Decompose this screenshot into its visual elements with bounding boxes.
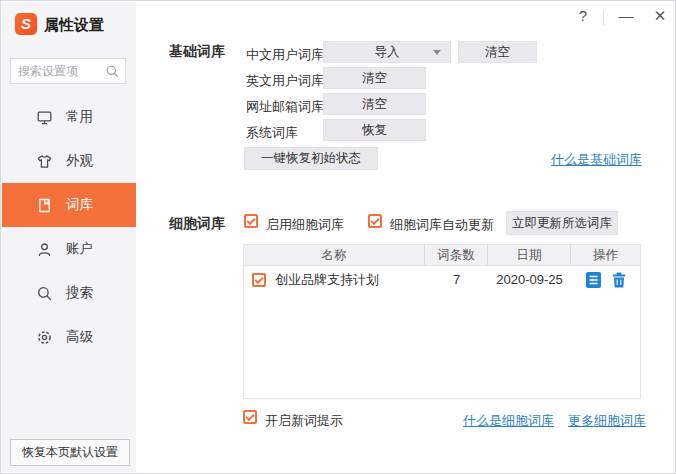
update-selected-dicts-button[interactable]: 立即更新所选词库 (506, 211, 618, 235)
table-header-row: 名称 词条数 日期 操作 (244, 245, 640, 266)
sidebar-item-account[interactable]: 账户 (2, 227, 136, 271)
column-header-count[interactable]: 词条数 (425, 245, 488, 265)
sidebar: S 属性设置 常用 外观 (2, 2, 136, 472)
what-is-cell-dict-link[interactable]: 什么是细胞词库 (463, 412, 554, 430)
sidebar-item-label: 账户 (66, 240, 93, 258)
chevron-down-icon (433, 50, 441, 55)
sidebar-item-label: 搜索 (66, 284, 93, 302)
dict-name: 创业品牌支持计划 (275, 271, 379, 289)
clear-chinese-dict-button[interactable]: 清空 (458, 41, 537, 63)
sidebar-item-appearance[interactable]: 外观 (2, 139, 136, 183)
import-dropdown-button[interactable]: 导入 (323, 41, 451, 63)
chinese-user-dict-label: 中文用户词库 (246, 46, 324, 64)
url-email-dict-label: 网址邮箱词库 (246, 98, 324, 116)
sidebar-item-advanced[interactable]: 高级 (2, 315, 136, 359)
auto-update-cell-dict-label: 细胞词库自动更新 (390, 216, 494, 234)
table-row: 创业品牌支持计划 7 2020-09-25 (244, 266, 640, 293)
page-title: 属性设置 (44, 16, 104, 35)
enable-cell-dict-checkbox[interactable] (244, 214, 258, 228)
sidebar-item-common[interactable]: 常用 (2, 95, 136, 139)
person-icon (36, 241, 53, 258)
settings-window: ? — ✕ S 属性设置 常用 (0, 0, 676, 474)
import-dropdown-label: 导入 (375, 45, 400, 59)
search-icon (105, 64, 120, 83)
settings-search (10, 58, 126, 84)
sogou-logo-icon: S (15, 13, 37, 35)
sidebar-item-label: 常用 (66, 108, 93, 126)
close-button[interactable]: ✕ (651, 7, 669, 25)
cell-dict-section-label: 细胞词库 (169, 215, 225, 233)
english-user-dict-label: 英文用户词库 (246, 72, 324, 90)
more-cell-dict-link[interactable]: 更多细胞词库 (568, 412, 646, 430)
cell-dict-table: 名称 词条数 日期 操作 创业品牌支持计划 7 2020-09-25 (243, 244, 641, 399)
new-word-tip-checkbox[interactable] (243, 410, 257, 424)
column-header-ops[interactable]: 操作 (571, 245, 640, 265)
titlebar-divider (603, 10, 604, 25)
restore-system-dict-button[interactable]: 恢复 (323, 119, 426, 141)
book-icon (36, 197, 53, 214)
sidebar-item-label: 词库 (66, 196, 93, 214)
enable-cell-dict-label: 启用细胞词库 (266, 216, 344, 234)
dict-word-count: 7 (425, 272, 488, 287)
what-is-basic-dict-link[interactable]: 什么是基础词库 (551, 151, 642, 169)
trash-icon[interactable] (612, 272, 626, 288)
search-icon (36, 285, 53, 302)
auto-update-cell-dict-checkbox[interactable] (368, 214, 382, 228)
minimize-button[interactable]: — (617, 7, 635, 25)
details-icon[interactable] (586, 272, 601, 288)
help-button[interactable]: ? (574, 7, 592, 25)
shirt-icon (36, 153, 53, 170)
clear-url-email-dict-button[interactable]: 清空 (323, 93, 426, 115)
sidebar-item-label: 高级 (66, 328, 93, 346)
monitor-icon (36, 109, 53, 126)
column-header-date[interactable]: 日期 (488, 245, 571, 265)
sidebar-item-label: 外观 (66, 152, 93, 170)
dict-row-checkbox[interactable] (252, 273, 266, 287)
restore-page-defaults-button[interactable]: 恢复本页默认设置 (10, 439, 130, 466)
new-word-tip-label: 开启新词提示 (265, 412, 343, 430)
basic-dict-section-label: 基础词库 (169, 43, 225, 61)
gear-icon (36, 329, 53, 346)
clear-english-dict-button[interactable]: 清空 (323, 67, 426, 89)
column-header-name[interactable]: 名称 (244, 245, 425, 265)
system-dict-label: 系统词库 (246, 124, 298, 142)
search-input[interactable] (11, 59, 105, 83)
dict-date: 2020-09-25 (488, 272, 571, 287)
sidebar-item-lexicon[interactable]: 词库 (2, 183, 136, 227)
restore-initial-state-button[interactable]: 一键恢复初始状态 (244, 147, 378, 170)
sidebar-item-search[interactable]: 搜索 (2, 271, 136, 315)
